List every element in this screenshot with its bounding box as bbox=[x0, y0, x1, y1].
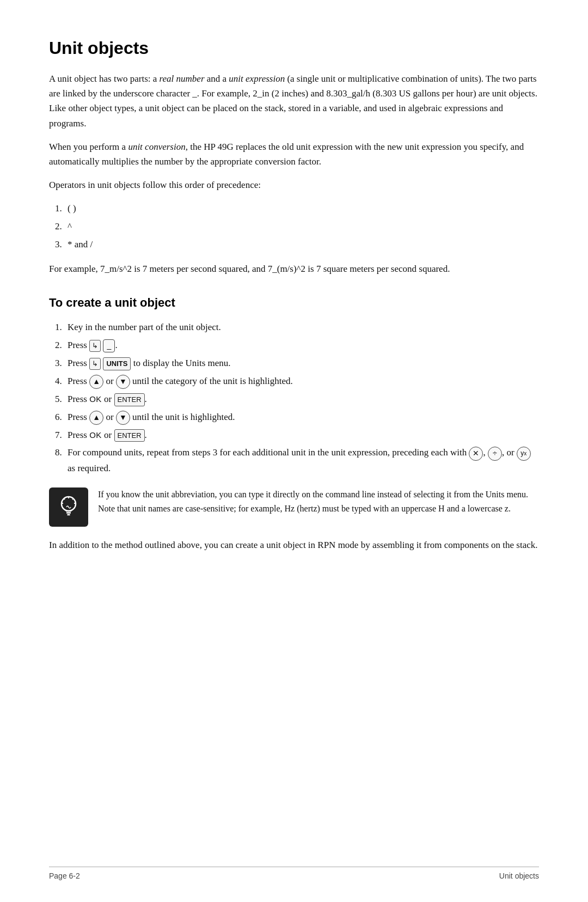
step-8: For compound units, repeat from steps 3 … bbox=[64, 445, 539, 477]
footer-left: Page 6-2 bbox=[49, 871, 80, 880]
lightbulb-icon bbox=[53, 492, 84, 522]
steps-list: Key in the number part of the unit objec… bbox=[64, 320, 539, 477]
page-container: Unit objects A unit object has two parts… bbox=[0, 0, 588, 902]
yx-key: yx bbox=[517, 447, 531, 461]
units-key: UNITS bbox=[103, 357, 131, 370]
divide-key: ÷ bbox=[488, 447, 502, 461]
example-paragraph: For example, 7_m/s^2 is 7 meters per sec… bbox=[49, 261, 539, 276]
ok-label: ok bbox=[89, 394, 102, 404]
intro-paragraph-2: When you perform a unit conversion, the … bbox=[49, 139, 539, 169]
enter-key-1: ENTER bbox=[114, 393, 145, 406]
down-arrow-key-2: ▼ bbox=[116, 411, 130, 425]
page-footer: Page 6-2 Unit objects bbox=[49, 867, 539, 880]
down-arrow-key: ▼ bbox=[116, 375, 130, 389]
left-shift-key: ↳ bbox=[89, 340, 101, 352]
underscore-key: _ bbox=[103, 339, 115, 352]
precedence-item-3: * and / bbox=[64, 237, 539, 253]
note-icon bbox=[49, 487, 88, 527]
step-1: Key in the number part of the unit objec… bbox=[64, 320, 539, 336]
intro-paragraph-3: Operators in unit objects follow this or… bbox=[49, 178, 539, 192]
closing-paragraph: In addition to the method outlined above… bbox=[49, 538, 539, 552]
note-text: If you know the unit abbreviation, you c… bbox=[98, 487, 539, 515]
step-2: Press ↳ _. bbox=[64, 338, 539, 354]
intro-paragraph-1: A unit object has two parts: a real numb… bbox=[49, 71, 539, 131]
multiply-key: ✕ bbox=[469, 447, 483, 461]
note-box: If you know the unit abbreviation, you c… bbox=[49, 487, 539, 527]
up-arrow-key-2: ▲ bbox=[89, 411, 103, 425]
section-title: To create a unit object bbox=[49, 296, 539, 310]
step-5: Press ok or ENTER. bbox=[64, 392, 539, 407]
step-4: Press ▲ or ▼ until the category of the u… bbox=[64, 374, 539, 389]
step-6: Press ▲ or ▼ until the unit is highlight… bbox=[64, 410, 539, 425]
enter-key-2: ENTER bbox=[114, 429, 145, 442]
svg-line-5 bbox=[64, 498, 65, 499]
step-7: Press ok or ENTER. bbox=[64, 428, 539, 443]
step-3: Press ↳ UNITS to display the Units menu. bbox=[64, 356, 539, 371]
page-title: Unit objects bbox=[49, 38, 539, 58]
footer-right: Unit objects bbox=[499, 871, 539, 880]
svg-line-6 bbox=[72, 498, 74, 499]
precedence-list: ( ) ^ * and / bbox=[64, 201, 539, 253]
precedence-item-2: ^ bbox=[64, 219, 539, 235]
precedence-item-1: ( ) bbox=[64, 201, 539, 217]
ok-label-2: ok bbox=[89, 430, 102, 440]
up-arrow-key: ▲ bbox=[89, 375, 103, 389]
left-shift-key-2: ↳ bbox=[89, 358, 101, 370]
